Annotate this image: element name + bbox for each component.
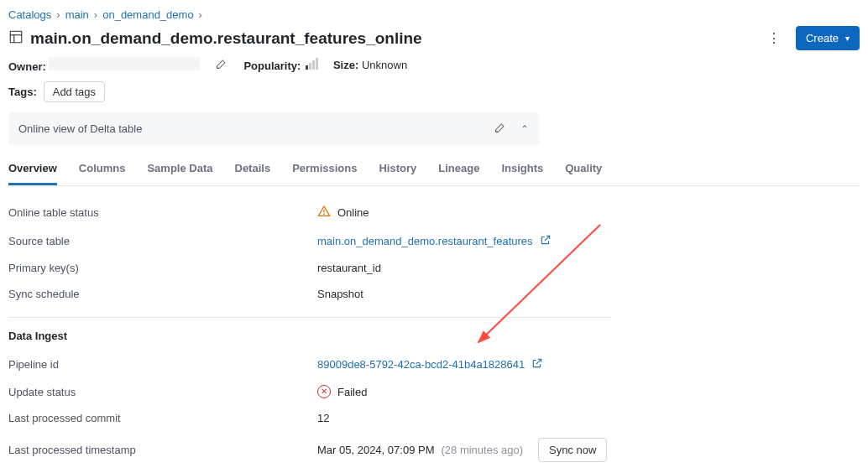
update-status-value: Failed [337, 386, 367, 398]
warning-icon [317, 205, 331, 221]
last-commit-value: 12 [317, 412, 329, 424]
row-source-table: Source table main.on_demand_demo.restaur… [8, 227, 860, 255]
owner-value [49, 57, 200, 70]
sync-now-button[interactable]: Sync now [538, 438, 607, 462]
edit-description-icon[interactable] [494, 121, 507, 137]
tab-history[interactable]: History [379, 157, 416, 185]
last-commit-label: Last processed commit [8, 412, 317, 424]
row-sync-schedule: Sync schedule Snapshot [8, 281, 860, 307]
row-last-commit: Last processed commit 12 [8, 405, 860, 431]
external-link-icon[interactable] [531, 357, 543, 372]
collapse-description-icon[interactable]: ⌃ [520, 123, 529, 135]
breadcrumb: Catalogs › main › on_demand_demo › [8, 8, 860, 21]
size-value: Unknown [362, 59, 407, 71]
tab-bar: Overview Columns Sample Data Details Per… [8, 157, 860, 186]
tags-label: Tags: [8, 86, 37, 98]
owner-label: Owner: [8, 60, 46, 73]
source-table-link[interactable]: main.on_demand_demo.restaurant_features [317, 235, 533, 247]
create-button-label: Create [806, 32, 839, 44]
edit-owner-icon[interactable] [215, 57, 228, 73]
chevron-right-icon: › [94, 8, 97, 21]
divider [8, 317, 611, 318]
tab-quality[interactable]: Quality [565, 157, 602, 185]
kebab-menu-icon[interactable]: ⋮ [762, 27, 786, 49]
title-row: main.on_demand_demo.restaurant_features_… [8, 26, 860, 50]
row-pipeline-id: Pipeline id 89009de8-5792-42ca-bcd2-41b4… [8, 351, 860, 378]
online-table-icon [8, 29, 24, 47]
last-timestamp-relative: (28 minutes ago) [441, 444, 523, 456]
external-link-icon[interactable] [540, 234, 552, 248]
breadcrumb-catalog-main[interactable]: main [65, 8, 89, 21]
tab-columns[interactable]: Columns [79, 157, 126, 185]
pipeline-id-link[interactable]: 89009de8-5792-42ca-bcd2-41b4a1828641 [317, 358, 525, 371]
last-timestamp-label: Last processed timestamp [8, 444, 317, 456]
svg-rect-0 [10, 31, 22, 43]
popularity-label: Popularity: [243, 60, 301, 72]
svg-point-4 [324, 214, 325, 215]
breadcrumb-schema[interactable]: on_demand_demo [102, 8, 193, 21]
online-status-label: Online table status [8, 206, 317, 219]
row-primary-key: Primary key(s) restaurant_id [8, 255, 860, 281]
popularity-bars-icon [306, 58, 318, 70]
sync-schedule-value: Snapshot [317, 288, 363, 300]
meta-row: Owner: Popularity: Size: Unknown [8, 57, 860, 73]
data-ingest-heading: Data Ingest [8, 330, 860, 342]
row-online-status: Online table status Online [8, 198, 860, 227]
primary-key-label: Primary key(s) [8, 262, 317, 274]
pipeline-id-label: Pipeline id [8, 358, 317, 371]
chevron-right-icon: › [199, 8, 202, 21]
tab-sample-data[interactable]: Sample Data [147, 157, 212, 185]
tab-insights[interactable]: Insights [501, 157, 543, 185]
chevron-down-icon: ▾ [845, 34, 850, 43]
description-text: Online view of Delta table [18, 122, 142, 135]
sync-schedule-label: Sync schedule [8, 288, 317, 300]
add-tags-button[interactable]: Add tags [44, 81, 105, 102]
row-last-timestamp: Last processed timestamp Mar 05, 2024, 0… [8, 431, 860, 469]
tags-row: Tags: Add tags [8, 81, 860, 102]
tab-permissions[interactable]: Permissions [292, 157, 357, 185]
create-button[interactable]: Create ▾ [796, 26, 860, 50]
source-table-label: Source table [8, 235, 317, 247]
update-status-label: Update status [8, 386, 317, 398]
breadcrumb-catalogs[interactable]: Catalogs [8, 8, 51, 21]
failed-icon: ✕ [317, 385, 331, 398]
chevron-right-icon: › [56, 8, 60, 21]
size-label: Size: [333, 59, 358, 71]
tab-lineage[interactable]: Lineage [438, 157, 479, 185]
last-timestamp-value: Mar 05, 2024, 07:09 PM [317, 444, 434, 456]
tab-overview[interactable]: Overview [8, 157, 57, 185]
online-status-value: Online [337, 206, 369, 219]
row-update-status: Update status ✕ Failed [8, 378, 860, 405]
page-title: main.on_demand_demo.restaurant_features_… [30, 29, 422, 48]
tab-details[interactable]: Details [235, 157, 271, 185]
description-bar: Online view of Delta table ⌃ [8, 112, 539, 145]
primary-key-value: restaurant_id [317, 262, 381, 274]
